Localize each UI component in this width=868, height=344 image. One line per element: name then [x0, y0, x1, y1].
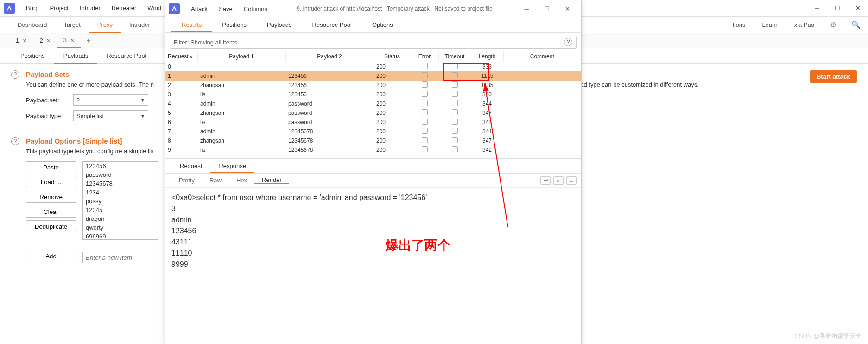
menu-repeater[interactable]: Repeater [106, 0, 142, 17]
col-timeout[interactable]: Timeout [438, 51, 471, 62]
close-icon[interactable]: × [70, 33, 74, 48]
tab-target[interactable]: Target [56, 17, 89, 33]
tab-learn[interactable]: Learn [754, 17, 786, 33]
menu-icon[interactable]: ≡ [566, 176, 577, 185]
clear-button[interactable]: Clear [26, 206, 76, 218]
chevron-down-icon: ▼ [140, 98, 145, 103]
inner-tab-resource-pool[interactable]: Resource Pool [97, 48, 155, 64]
payload-set-select[interactable]: 2▼ [73, 94, 148, 106]
attack-tab-payloads[interactable]: Payloads [257, 17, 302, 32]
tab-tions[interactable]: tions [724, 17, 754, 33]
list-item[interactable]: pussy [83, 197, 158, 206]
newline-icon[interactable]: \n [553, 176, 564, 185]
deduplicate-button[interactable]: Deduplicate [26, 220, 76, 232]
table-row[interactable]: 2zhangsan1234562001135 [165, 81, 581, 90]
view-tab-render[interactable]: Render [254, 176, 289, 184]
remove-button[interactable]: Remove [26, 191, 76, 203]
view-tabs: Pretty Raw Hex Render ⇥ \n ≡ [165, 174, 581, 188]
rr-tab-response[interactable]: Response [210, 159, 254, 173]
view-tab-pretty[interactable]: Pretty [171, 177, 202, 184]
payload-list[interactable]: 123456 password 12345678 1234 pussy 1234… [82, 161, 158, 240]
col-status[interactable]: Status [374, 51, 411, 62]
list-item[interactable]: qwerty [83, 223, 158, 232]
list-item[interactable]: 1234 [83, 188, 158, 197]
close-icon[interactable]: × [47, 33, 51, 48]
payload-set-label: Payload set: [26, 97, 69, 104]
help-icon[interactable]: ? [11, 70, 19, 79]
wrap-icon[interactable]: ⇥ [540, 176, 551, 185]
table-row[interactable]: 4adminpassword200344 [165, 99, 581, 108]
table-row[interactable]: 1admin1234562001115 [165, 71, 581, 81]
maximize-icon[interactable]: ☐ [827, 1, 848, 15]
attack-tab-resource-pool[interactable]: Resource Pool [302, 17, 362, 32]
burp-logo-icon [169, 3, 180, 14]
maximize-icon[interactable]: ☐ [537, 2, 557, 16]
payload-type-select[interactable]: Simple list▼ [73, 110, 148, 121]
table-row[interactable]: 3lis123456200340 [165, 90, 581, 99]
minimize-icon[interactable]: ─ [516, 2, 537, 16]
filter-bar[interactable]: Filter: Showing all items ? [170, 36, 577, 49]
start-attack-button[interactable]: Start attack [810, 70, 857, 83]
view-tab-raw[interactable]: Raw [202, 177, 229, 184]
list-item[interactable]: 12345678 [83, 179, 158, 188]
menu-intruder[interactable]: Intruder [74, 0, 106, 17]
list-item[interactable]: password [83, 170, 158, 179]
attack-menu-columns[interactable]: Columns [238, 6, 273, 13]
col-length[interactable]: Length [471, 51, 503, 62]
sub-tab-1[interactable]: 1× [9, 33, 33, 48]
menu-project[interactable]: Project [44, 0, 74, 17]
close-icon[interactable]: × [23, 33, 26, 48]
table-row[interactable]: 8zhangsan12345678200347 [165, 136, 581, 145]
attack-window-title: 9. Intruder attack of http://localhost -… [273, 6, 516, 12]
help-icon[interactable]: ? [564, 38, 572, 46]
help-icon[interactable]: ? [11, 137, 19, 145]
col-error[interactable]: Error [411, 51, 438, 62]
inner-tab-payloads[interactable]: Payloads [54, 48, 97, 64]
close-icon[interactable]: ✕ [848, 1, 868, 15]
attack-tab-positions[interactable]: Positions [212, 17, 257, 32]
add-tab-button[interactable]: + [81, 37, 96, 45]
sub-tab-3[interactable]: 3× [57, 33, 81, 48]
load-button[interactable]: Load ... [26, 176, 76, 188]
view-tab-hex[interactable]: Hex [229, 177, 254, 184]
menu-window[interactable]: Wind [142, 0, 167, 17]
attack-tab-results[interactable]: Results [171, 17, 212, 32]
list-item[interactable]: 696969 [83, 232, 158, 240]
tab-proxy[interactable]: Proxy [89, 17, 121, 33]
col-request[interactable]: Request∧ [165, 51, 197, 62]
tab-dashboard[interactable]: Dashboard [9, 17, 56, 33]
list-item[interactable]: dragon [83, 214, 158, 223]
settings-icon[interactable]: ⚙ [830, 20, 836, 29]
minimize-icon[interactable]: ─ [807, 1, 827, 15]
payload-type-label: Payload type: [26, 113, 69, 119]
col-payload1[interactable]: Payload 1 [197, 51, 285, 62]
sort-asc-icon: ∧ [190, 55, 193, 59]
inner-tab-positions[interactable]: Positions [11, 48, 54, 64]
table-row[interactable]: 6lispassword200342 [165, 118, 581, 127]
paste-button[interactable]: Paste [26, 161, 76, 173]
col-comment[interactable]: Comment [503, 51, 581, 62]
new-item-input[interactable] [82, 252, 158, 263]
search-icon[interactable]: 🔍 [851, 20, 861, 29]
attack-menu-save[interactable]: Save [213, 6, 238, 13]
sub-tab-2[interactable]: 2× [33, 33, 57, 48]
add-button[interactable]: Add [26, 250, 76, 262]
rr-tabs: Request Response [165, 159, 581, 174]
close-icon[interactable]: ✕ [557, 2, 577, 16]
table-row[interactable]: 9lis12345678200342 [165, 145, 581, 155]
list-item[interactable]: 12345 [83, 206, 158, 214]
table-row[interactable]: 5zhangsanpassword200347 [165, 108, 581, 118]
attack-tab-options[interactable]: Options [362, 17, 403, 32]
col-payload2[interactable]: Payload 2 [285, 51, 374, 62]
table-row[interactable]: 0200333 [165, 62, 581, 72]
rr-tab-request[interactable]: Request [171, 159, 210, 173]
table-row[interactable]: 10admin1234200340 [165, 155, 581, 156]
attack-menu-attack[interactable]: Attack [185, 6, 213, 13]
menu-burp[interactable]: Burp [20, 0, 44, 17]
chevron-down-icon: ▼ [140, 113, 145, 119]
table-row[interactable]: 7admin12345678200344 [165, 127, 581, 136]
tab-xiapao[interactable]: xia Pao [786, 17, 823, 33]
watermark: CSDN @跟着狗蛋学安全 [794, 332, 862, 340]
list-item[interactable]: 123456 [83, 162, 158, 170]
tab-intruder[interactable]: Intruder [121, 17, 158, 33]
